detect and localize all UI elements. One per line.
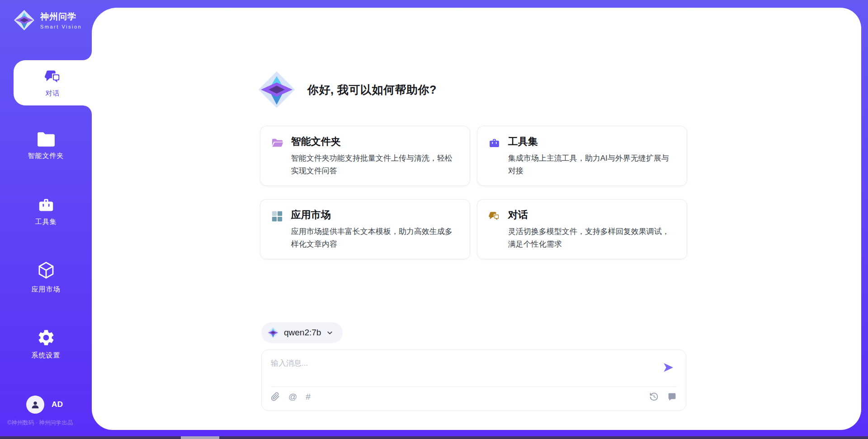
card-description: 智能文件夹功能支持批量文件上传与清洗，轻松实现文件问答 [291,152,458,177]
brand-title: 神州问学 [40,11,82,23]
feature-cards: 智能文件夹 智能文件夹功能支持批量文件上传与清洗，轻松实现文件问答 工具集 集成… [260,126,687,259]
brand-logo-icon [14,10,35,31]
card-toolset[interactable]: 工具集 集成市场上主流工具，助力AI与外界无缝扩展与对接 [477,126,687,186]
greeting-text: 你好, 我可以如何帮助你? [307,82,437,97]
briefcase-icon [37,196,55,214]
grid-tiles-icon [271,210,283,222]
sidebar-item-settings[interactable]: 系统设置 [0,328,92,360]
sidebar-item-label: 系统设置 [32,351,61,360]
folder-open-icon [271,137,283,149]
card-description: 集成市场上主流工具，助力AI与外界无缝扩展与对接 [508,152,675,177]
footer-credit: ©神州数码 · 神州问学出品 [7,419,73,427]
brand-subtitle: Smart Vision [40,24,82,29]
card-title: 智能文件夹 [291,136,458,148]
briefcase-icon [488,137,500,149]
sidebar-item-label: 工具集 [35,218,57,226]
brand: 神州问学 Smart Vision [14,10,82,31]
card-description: 灵活切换多模型文件，支持多样回复效果调试，满足个性化需求 [508,225,675,251]
model-logo-icon [267,327,279,339]
chat-bubble-button[interactable] [667,392,677,401]
chevron-down-icon [326,329,334,337]
sidebar-item-label: 对话 [46,89,60,98]
hash-icon[interactable]: # [306,392,311,401]
window-bottom-edge [0,436,868,439]
history-button[interactable] [649,392,659,401]
card-description: 应用市场提供丰富长文本模板，助力高效生成多样化文章内容 [291,225,458,251]
assistant-logo-icon [258,71,296,109]
paperclip-icon [271,391,280,402]
sidebar-item-app-market[interactable]: 应用市场 [0,261,92,294]
gear-icon [37,328,56,347]
card-title: 工具集 [508,136,675,148]
user-initials: AD [52,400,63,409]
send-button[interactable] [662,362,674,373]
sidebar-item-smart-folder[interactable]: 智能文件夹 [0,131,92,160]
cube-3d-icon [37,261,56,281]
tab-corner-bottom [83,105,92,115]
chat-bubbles-icon [488,210,500,222]
card-title: 应用市场 [291,209,458,221]
app-window: 神州问学 Smart Vision 对话 智能文件夹 工具集 [0,0,868,439]
card-app-market[interactable]: 应用市场 应用市场提供丰富长文本模板，助力高效生成多样化文章内容 [260,199,470,259]
history-clock-icon [649,392,659,401]
model-selector[interactable]: qwen2:7b [261,322,343,343]
chat-bubbles-icon [44,68,62,86]
sidebar-item-label: 智能文件夹 [28,152,64,160]
message-input[interactable] [271,356,658,382]
sidebar-item-toolset[interactable]: 工具集 [0,196,92,226]
card-chat[interactable]: 对话 灵活切换多模型文件，支持多样回复效果调试，满足个性化需求 [477,199,687,259]
tab-corner-top [83,51,92,60]
chat-bubble-icon [667,392,677,401]
card-smart-folder[interactable]: 智能文件夹 智能文件夹功能支持批量文件上传与清洗，轻松实现文件问答 [260,126,470,186]
person-icon [30,400,40,410]
user-account[interactable]: AD [26,396,63,414]
greeting-block: 你好, 我可以如何帮助你? [258,71,437,109]
model-name: qwen2:7b [284,328,321,338]
avatar [26,396,44,414]
scrollbar-fragment [181,436,219,439]
card-title: 对话 [508,209,675,221]
message-composer: @ # [261,349,686,411]
attach-file-button[interactable] [271,391,280,402]
at-sign-icon[interactable]: @ [288,392,297,401]
sidebar-item-chat[interactable]: 对话 [14,60,92,105]
folder-icon [37,131,56,148]
send-arrow-icon [662,362,674,373]
sidebar-item-label: 应用市场 [32,285,61,294]
